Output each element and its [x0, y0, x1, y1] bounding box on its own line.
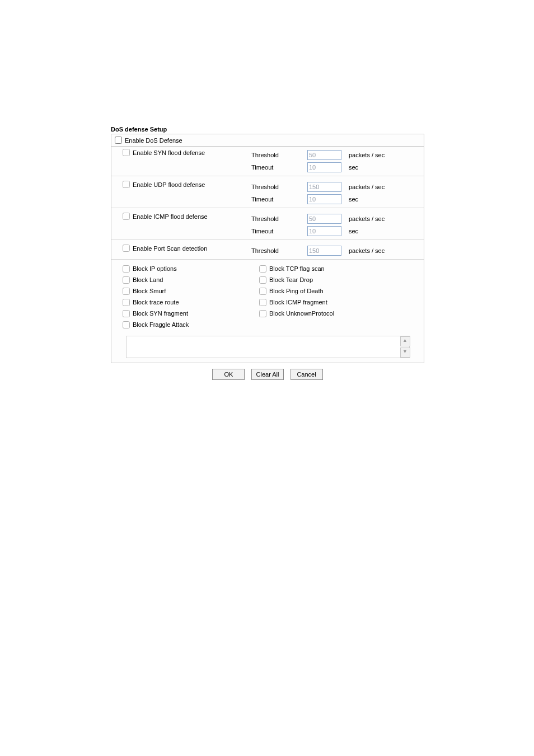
enable-dos-defense[interactable]: Enable DoS Defense	[115, 137, 420, 144]
ok-button[interactable]: OK	[212, 369, 245, 380]
block-left-item-2-label: Block Smurf	[133, 288, 166, 294]
block-right-item-1-checkbox[interactable]	[259, 276, 266, 284]
udp-timeout-label: Timeout	[251, 196, 273, 203]
block-right-item-2-label: Block Ping of Death	[269, 288, 324, 294]
cancel-button[interactable]: Cancel	[291, 369, 323, 380]
dos-defense-panel: Enable DoS Defense Enable SYN flood defe…	[111, 134, 424, 363]
block-left-item-3-checkbox[interactable]	[123, 299, 130, 306]
udp-threshold-input[interactable]	[307, 182, 341, 192]
block-right-item-3-label: Block ICMP fragment	[269, 299, 327, 306]
block-left-item-0-checkbox[interactable]	[123, 265, 130, 273]
block-left-item-1[interactable]: Block Land	[123, 274, 259, 285]
block-left-item-5-checkbox[interactable]	[123, 321, 130, 328]
syn-threshold-label: Threshold	[251, 152, 279, 158]
enable-dos-defense-label: Enable DoS Defense	[125, 137, 182, 144]
portscan-threshold-unit: packets / sec	[349, 247, 385, 254]
enable-port-scan[interactable]: Enable Port Scan detection	[123, 245, 251, 252]
enable-dos-defense-checkbox[interactable]	[115, 137, 122, 144]
scroll-down-button[interactable]: ▼	[400, 348, 410, 358]
enable-icmp-flood[interactable]: Enable ICMP flood defense	[123, 213, 251, 220]
icmp-timeout-unit: sec	[349, 228, 358, 234]
block-right-item-0[interactable]: Block TCP flag scan	[259, 263, 420, 274]
enable-udp-flood[interactable]: Enable UDP flood defense	[123, 181, 251, 188]
enable-icmp-flood-checkbox[interactable]	[123, 213, 130, 220]
icmp-threshold-unit: packets / sec	[349, 215, 385, 222]
udp-threshold-label: Threshold	[251, 184, 279, 190]
block-left-item-4[interactable]: Block SYN fragment	[123, 308, 259, 319]
udp-timeout-input[interactable]	[307, 194, 341, 204]
syn-timeout-input[interactable]	[307, 162, 341, 172]
block-left-item-3[interactable]: Block trace route	[123, 297, 259, 308]
block-left-item-5-label: Block Fraggle Attack	[133, 321, 189, 328]
icmp-threshold-input[interactable]	[307, 214, 341, 224]
portscan-threshold-input[interactable]	[307, 246, 341, 256]
block-right-item-4[interactable]: Block UnknownProtocol	[259, 308, 420, 319]
block-left-item-1-checkbox[interactable]	[123, 276, 130, 284]
icmp-threshold-label: Threshold	[251, 215, 279, 222]
syn-threshold-unit: packets / sec	[349, 152, 385, 158]
block-right-item-3-checkbox[interactable]	[259, 299, 266, 306]
syn-timeout-label: Timeout	[251, 164, 273, 171]
block-left-item-3-label: Block trace route	[133, 299, 179, 306]
scroll-up-button[interactable]: ▲	[400, 336, 410, 346]
syn-timeout-unit: sec	[349, 164, 358, 171]
block-right-item-2[interactable]: Block Ping of Death	[259, 285, 420, 297]
block-left-item-0[interactable]: Block IP options	[123, 263, 259, 274]
block-left-item-2-checkbox[interactable]	[123, 288, 130, 295]
enable-icmp-flood-label: Enable ICMP flood defense	[133, 213, 208, 220]
enable-udp-flood-label: Enable UDP flood defense	[133, 181, 205, 188]
enable-port-scan-checkbox[interactable]	[123, 245, 130, 252]
portscan-threshold-label: Threshold	[251, 247, 279, 254]
block-right-item-1[interactable]: Block Tear Drop	[259, 274, 420, 285]
enable-udp-flood-checkbox[interactable]	[123, 181, 130, 188]
block-right-item-0-checkbox[interactable]	[259, 265, 266, 273]
enable-syn-flood[interactable]: Enable SYN flood defense	[123, 149, 251, 156]
block-right-item-4-label: Block UnknownProtocol	[269, 310, 334, 317]
icmp-timeout-label: Timeout	[251, 228, 273, 234]
block-left-item-5[interactable]: Block Fraggle Attack	[123, 319, 259, 330]
block-left-item-4-label: Block SYN fragment	[133, 310, 188, 317]
block-right-item-0-label: Block TCP flag scan	[269, 265, 325, 272]
enable-syn-flood-label: Enable SYN flood defense	[133, 149, 205, 156]
log-area[interactable]: ▲ ▼	[126, 336, 410, 358]
block-left-item-4-checkbox[interactable]	[123, 310, 130, 317]
block-right-item-2-checkbox[interactable]	[259, 288, 266, 295]
block-left-item-0-label: Block IP options	[133, 265, 177, 272]
clear-all-button[interactable]: Clear All	[251, 369, 284, 380]
block-right-item-3[interactable]: Block ICMP fragment	[259, 297, 420, 308]
block-right-item-1-label: Block Tear Drop	[269, 276, 313, 283]
page-title: DoS defense Setup	[111, 126, 424, 133]
block-left-item-1-label: Block Land	[133, 276, 163, 283]
syn-threshold-input[interactable]	[307, 150, 341, 160]
block-left-item-2[interactable]: Block Smurf	[123, 285, 259, 297]
udp-threshold-unit: packets / sec	[349, 184, 385, 190]
enable-syn-flood-checkbox[interactable]	[123, 149, 130, 156]
icmp-timeout-input[interactable]	[307, 226, 341, 236]
udp-timeout-unit: sec	[349, 196, 358, 203]
enable-port-scan-label: Enable Port Scan detection	[133, 245, 207, 252]
block-right-item-4-checkbox[interactable]	[259, 310, 266, 317]
